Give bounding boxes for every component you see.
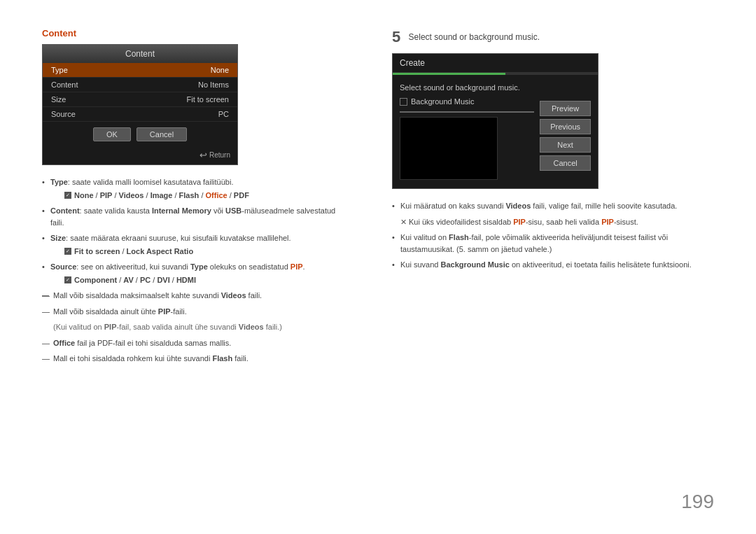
type-row[interactable]: Type None [43, 63, 237, 78]
bg-music-row: Background Music [400, 97, 534, 106]
dash-item-1: — Mall võib sisaldada maksimaalselt kaht… [42, 290, 350, 302]
ok-button[interactable]: OK [93, 127, 131, 141]
right-bullet-2: Kui valitud on Flash-fail, pole võimalik… [392, 232, 693, 255]
right-column: 5 Select sound or background music. Crea… [392, 28, 714, 275]
source-checkbox-icon [64, 276, 71, 283]
right-bullet-list: Kui määratud on kaks suvandi Videos fail… [392, 200, 693, 271]
preview-button[interactable]: Preview [540, 101, 591, 116]
source-sub-item: Component / AV / PC / DVI / HDMI [50, 274, 350, 286]
dash-item-2b: (Kui valitud on PIP-fail, saab valida ai… [42, 321, 350, 333]
step-number: 5 [392, 28, 400, 46]
dash-item-2: — Mall võib sisaldada ainult ühte PIP-fa… [42, 306, 350, 318]
source-value: PC [218, 110, 229, 118]
left-bullet-list: Type: saate valida malli loomisel kasuta… [42, 176, 350, 365]
audio-line [400, 111, 534, 113]
content-dialog-header: Content [43, 45, 237, 63]
source-row[interactable]: Source PC [43, 107, 237, 122]
cancel-dialog-button[interactable]: Cancel [540, 155, 591, 171]
dash-item-4: — Mall ei tohi sisaldada rohkem kui ühte… [42, 353, 350, 365]
step-header: 5 Select sound or background music. [392, 28, 714, 46]
create-dialog: Create Select sound or background music.… [392, 53, 598, 189]
content-value: No Items [198, 80, 229, 89]
next-button[interactable]: Next [540, 137, 591, 153]
create-dialog-right: Preview Previous Next Cancel [540, 83, 591, 180]
type-sub-text: None / PIP / Videos / Image / Flash / Of… [74, 190, 249, 202]
size-bullet: Size: saate määrata ekraani suuruse, kui… [42, 232, 350, 257]
return-row: ↩ Return [43, 147, 237, 164]
type-bullet: Type: saate valida malli loomisel kasuta… [42, 176, 350, 201]
size-value: Fit to screen [186, 95, 229, 104]
create-dialog-left: Select sound or background music. Backgr… [400, 83, 534, 180]
right-bullet-1: Kui määratud on kaks suvandi Videos fail… [392, 200, 693, 212]
type-label: Type [51, 66, 68, 74]
create-progress-bar [393, 73, 598, 75]
content-dialog: Content Type None Content No Items Size … [42, 44, 238, 165]
bg-music-checkbox[interactable] [400, 98, 407, 106]
return-label: Return [209, 151, 230, 159]
type-value: None [211, 66, 229, 74]
left-column: Content Content Type None Content No Ite… [42, 28, 364, 369]
source-bullet: Source: see on aktiveeritud, kui suvandi… [42, 261, 350, 286]
create-select-text: Select sound or background music. [400, 83, 534, 92]
type-checkbox-icon [64, 192, 71, 199]
right-bullet-3: Kui suvand Background Music on aktiveeri… [392, 259, 693, 271]
type-sub-item: None / PIP / Videos / Image / Flash / Of… [50, 190, 350, 202]
size-checkbox-icon [64, 248, 71, 255]
sub-marker-icon: ✕ [400, 216, 407, 228]
dialog-buttons: OK Cancel [43, 122, 237, 147]
size-label: Size [51, 95, 66, 104]
content-label: Content [51, 80, 78, 89]
size-row[interactable]: Size Fit to screen [43, 92, 237, 107]
content-bullet: Content: saate valida kausta Internal Me… [42, 205, 350, 228]
dash-item-3: — Office fail ja PDF-fail ei tohi sisald… [42, 337, 350, 349]
page-container: Content Content Type None Content No Ite… [0, 0, 756, 534]
media-preview [400, 117, 498, 180]
previous-button[interactable]: Previous [540, 119, 591, 134]
size-sub-item: Fit to screen / Lock Aspect Ratio [50, 246, 350, 258]
section-title: Content [42, 28, 364, 38]
bg-music-label: Background Music [411, 97, 475, 106]
create-dialog-title: Create [400, 58, 425, 68]
create-dialog-header: Create [393, 54, 598, 73]
create-progress-fill [393, 73, 505, 75]
source-label: Source [51, 110, 76, 118]
create-dialog-body: Select sound or background music. Backgr… [393, 75, 598, 188]
source-sub-text: Component / AV / PC / DVI / HDMI [74, 274, 196, 286]
type-bullet-text: Type: saate valida malli loomisel kasuta… [50, 178, 233, 186]
step-text: Select sound or background music. [409, 32, 540, 42]
right-bullet-1b: ✕ Kui üks videofailidest sisaldab PIP-si… [392, 216, 693, 228]
cancel-button[interactable]: Cancel [136, 127, 187, 141]
page-number: 199 [681, 491, 714, 513]
content-row[interactable]: Content No Items [43, 78, 237, 92]
return-arrow-icon: ↩ [200, 150, 207, 160]
size-sub-text: Fit to screen / Lock Aspect Ratio [74, 246, 193, 258]
